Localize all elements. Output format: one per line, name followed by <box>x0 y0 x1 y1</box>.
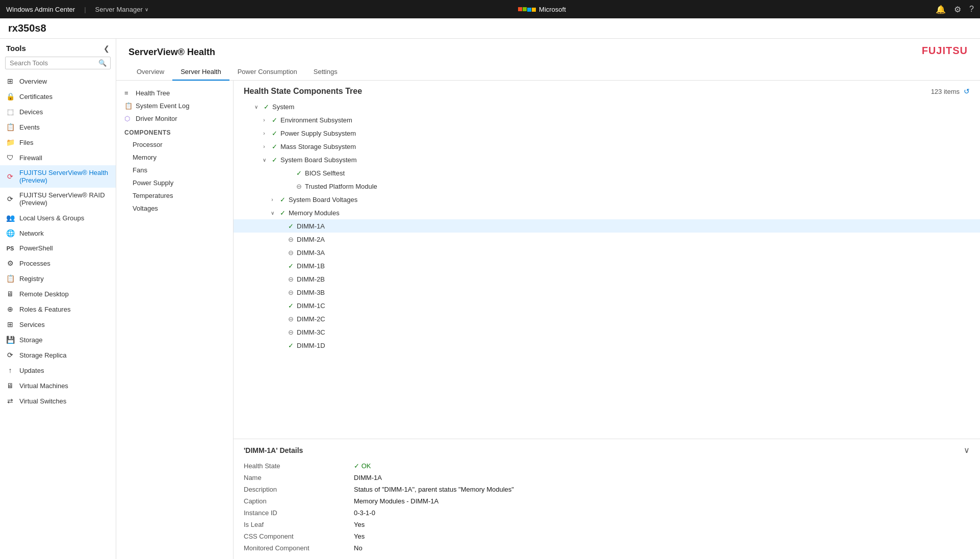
tree-row-dimm-1a[interactable]: ✓ DIMM-1A <box>234 219 980 233</box>
network-icon: 🌐 <box>6 229 14 237</box>
tree-row-dimm-2a[interactable]: ⊖ DIMM-2A <box>234 233 980 246</box>
tree-row-env-subsystem[interactable]: › ✓ Environment Subsystem <box>234 113 980 126</box>
tree-row-memory-modules[interactable]: ∨ ✓ Memory Modules <box>234 206 980 219</box>
driver-monitor-icon: ⬡ <box>124 115 133 122</box>
detail-value-name: DIMM-1A <box>354 473 970 482</box>
expand-sys-voltages[interactable]: › <box>268 195 276 204</box>
tree-header: Health State Components Tree 123 items ↺ <box>234 87 980 100</box>
sidebar-item-fujitsu-health[interactable]: ⟳ FUJITSU ServerView® Health (Preview) <box>0 165 116 188</box>
topbar: Windows Admin Center | Server Manager ∨ … <box>0 0 980 18</box>
tree-row-dimm-1d[interactable]: ✓ DIMM-1D <box>234 339 980 352</box>
detail-label-monitored-component: Monitored Component <box>244 543 346 553</box>
sidebar-item-fujitsu-raid[interactable]: ⟳ FUJITSU ServerView® RAID (Preview) <box>0 188 116 210</box>
status-sys-voltages: ✓ <box>278 196 287 204</box>
fujitsu-raid-icon: ⟳ <box>6 195 14 203</box>
expand-sys-board[interactable]: ∨ <box>260 156 268 164</box>
tree-row-system[interactable]: ∨ ✓ System <box>234 100 980 113</box>
details-grid: Health State ✓ OK Name DIMM-1A Descripti… <box>244 461 970 553</box>
detail-value-instance-id: 0-3-1-0 <box>354 508 970 518</box>
notification-icon[interactable]: 🔔 <box>936 5 946 14</box>
sidebar-item-overview[interactable]: ⊞ Overview <box>0 73 116 89</box>
components-group-header: Components <box>116 125 233 138</box>
expand-memory-modules[interactable]: ∨ <box>268 209 276 217</box>
status-mass-storage: ✓ <box>270 143 278 150</box>
status-env: ✓ <box>270 116 278 124</box>
expand-env[interactable]: › <box>260 116 268 124</box>
status-tpm: ⊖ <box>295 183 303 190</box>
sidebar-item-devices[interactable]: ⬚ Devices <box>0 104 116 119</box>
help-icon[interactable]: ? <box>969 5 974 14</box>
expand-storage[interactable]: › <box>260 142 268 150</box>
detail-value-monitored-component: No <box>354 543 970 553</box>
health-nav-health-tree[interactable]: ≡ Health Tree <box>116 87 233 99</box>
tab-settings[interactable]: Settings <box>305 64 346 81</box>
server-manager-button[interactable]: Server Manager ∨ <box>95 6 148 13</box>
tree-row-sys-board[interactable]: ∨ ✓ System Board Subsystem <box>234 153 980 166</box>
sidebar-item-network[interactable]: 🌐 Network <box>0 225 116 241</box>
sidebar-item-local-users[interactable]: 👥 Local Users & Groups <box>0 210 116 225</box>
health-nav-temperatures[interactable]: Temperatures <box>116 189 233 202</box>
health-nav-memory[interactable]: Memory <box>116 151 233 164</box>
tree-refresh-button[interactable]: ↺ <box>964 87 970 95</box>
tree-row-dimm-1b[interactable]: ✓ DIMM-1B <box>234 259 980 272</box>
settings-icon[interactable]: ⚙ <box>954 5 961 14</box>
sidebar-item-powershell[interactable]: PS PowerShell <box>0 241 116 256</box>
storage-replica-icon: ⟳ <box>6 351 14 359</box>
tab-overview[interactable]: Overview <box>128 64 172 81</box>
tree-row-sys-voltages[interactable]: › ✓ System Board Voltages <box>234 193 980 206</box>
search-tools-input[interactable] <box>10 59 95 67</box>
microsoft-logo <box>518 7 536 12</box>
sidebar-item-remote-desktop[interactable]: 🖥 Remote Desktop <box>0 286 116 301</box>
health-nav-processor[interactable]: Processor <box>116 138 233 151</box>
sidebar-item-events[interactable]: 📋 Events <box>0 119 116 135</box>
sidebar-item-files[interactable]: 📁 Files <box>0 135 116 150</box>
roles-features-icon: ⊕ <box>6 305 14 313</box>
sidebar-item-registry[interactable]: 📋 Registry <box>0 271 116 286</box>
sidebar-collapse-button[interactable]: ❮ <box>104 44 110 53</box>
sidebar-item-roles-features[interactable]: ⊕ Roles & Features <box>0 301 116 317</box>
tab-power-consumption[interactable]: Power Consumption <box>229 64 305 81</box>
right-panel: Health State Components Tree 123 items ↺… <box>234 81 980 559</box>
microsoft-label: Microsoft <box>539 6 566 13</box>
tree-row-dimm-2c[interactable]: ⊖ DIMM-2C <box>234 312 980 325</box>
status-dimm-2a: ⊖ <box>287 236 295 243</box>
sidebar-item-certificates[interactable]: 🔒 Certificates <box>0 89 116 104</box>
tree-row-dimm-1c[interactable]: ✓ DIMM-1C <box>234 299 980 312</box>
status-bios: ✓ <box>295 169 303 177</box>
tree-row-bios[interactable]: ✓ BIOS Selftest <box>234 166 980 180</box>
sidebar-item-virtual-machines[interactable]: 🖥 Virtual Machines <box>0 378 116 393</box>
tree-row-power-subsystem[interactable]: › ✓ Power Supply Subsystem <box>234 126 980 140</box>
tree-row-dimm-3c[interactable]: ⊖ DIMM-3C <box>234 325 980 339</box>
sidebar-item-firewall[interactable]: 🛡 Firewall <box>0 150 116 165</box>
detail-value-health-state: ✓ OK <box>354 461 970 471</box>
health-nav-fans[interactable]: Fans <box>116 164 233 176</box>
expand-system[interactable]: ∨ <box>252 103 260 111</box>
sidebar-item-services[interactable]: ⊞ Services <box>0 317 116 332</box>
detail-label-is-leaf: Is Leaf <box>244 520 346 529</box>
tree-row-dimm-3a[interactable]: ⊖ DIMM-3A <box>234 246 980 259</box>
detail-value-is-leaf: Yes <box>354 520 970 529</box>
main-layout: Tools ❮ 🔍 ⊞ Overview 🔒 Certificates ⬚ De… <box>0 39 980 559</box>
tree-row-mass-storage[interactable]: › ✓ Mass Storage Subsystem <box>234 140 980 153</box>
sidebar-item-virtual-switches[interactable]: ⇄ Virtual Switches <box>0 393 116 409</box>
sidebar-header: Tools ❮ <box>0 39 116 57</box>
sidebar-item-updates[interactable]: ↑ Updates <box>0 363 116 378</box>
overview-icon: ⊞ <box>6 77 14 85</box>
tree-row-dimm-3b[interactable]: ⊖ DIMM-3B <box>234 286 980 299</box>
processes-icon: ⚙ <box>6 259 14 267</box>
sidebar-item-storage[interactable]: 💾 Storage <box>0 332 116 347</box>
tree-title: Health State Components Tree <box>244 87 362 96</box>
tree-row-tpm[interactable]: ⊖ Trusted Platform Module <box>234 180 980 193</box>
health-nav-driver-monitor[interactable]: ⬡ Driver Monitor <box>116 112 233 125</box>
health-nav-system-event-log[interactable]: 📋 System Event Log <box>116 99 233 112</box>
health-nav-voltages[interactable]: Voltages <box>116 202 233 215</box>
sidebar-item-storage-replica[interactable]: ⟳ Storage Replica <box>0 347 116 363</box>
expand-power[interactable]: › <box>260 129 268 137</box>
status-system: ✓ <box>262 103 270 111</box>
tree-row-dimm-2b[interactable]: ⊖ DIMM-2B <box>234 272 980 286</box>
sidebar-item-processes[interactable]: ⚙ Processes <box>0 256 116 271</box>
tab-server-health[interactable]: Server Health <box>172 64 229 81</box>
health-nav-power-supply[interactable]: Power Supply <box>116 176 233 189</box>
details-collapse-button[interactable]: ∨ <box>964 445 970 455</box>
details-header[interactable]: 'DIMM-1A' Details ∨ <box>244 445 970 455</box>
